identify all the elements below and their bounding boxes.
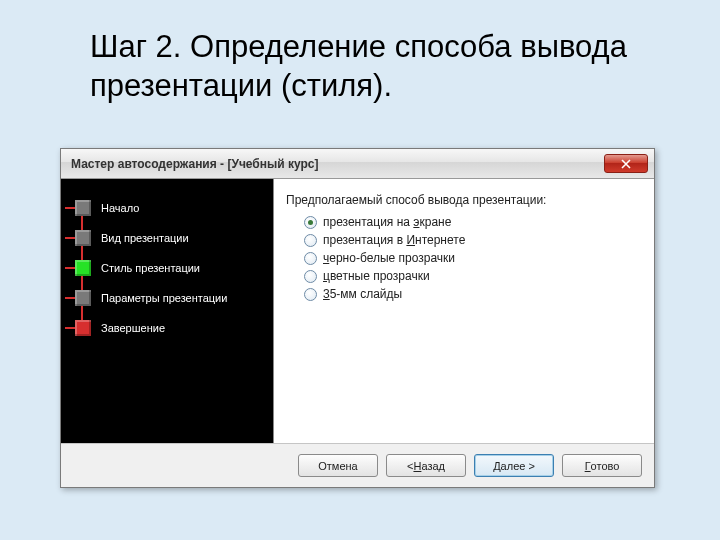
radio-group: презентация на экранепрезентация в Интер… (286, 213, 642, 303)
finish-button[interactable]: Готово (562, 454, 642, 477)
wizard-step: Начало (71, 193, 265, 223)
step-box-icon (75, 320, 91, 336)
radio-icon (304, 234, 317, 247)
wizard-step: Параметры презентации (71, 283, 265, 313)
step-label: Завершение (101, 322, 165, 334)
step-box-icon (75, 290, 91, 306)
close-icon (621, 159, 631, 169)
step-box-icon (75, 200, 91, 216)
radio-label: черно-белые прозрачки (323, 251, 455, 265)
radio-option[interactable]: презентация в Интернете (286, 231, 642, 249)
step-tick-icon (65, 297, 75, 299)
wizard-dialog: Мастер автосодержания - [Учебный курс] Н… (60, 148, 655, 488)
step-label: Параметры презентации (101, 292, 227, 304)
wizard-step: Завершение (71, 313, 265, 343)
radio-label: презентация на экране (323, 215, 451, 229)
radio-icon (304, 252, 317, 265)
step-box-icon (75, 230, 91, 246)
radio-option[interactable]: черно-белые прозрачки (286, 249, 642, 267)
radio-label: презентация в Интернете (323, 233, 465, 247)
step-label: Начало (101, 202, 139, 214)
radio-icon (304, 288, 317, 301)
step-tick-icon (65, 327, 75, 329)
options-heading: Предполагаемый способ вывода презентации… (286, 193, 642, 207)
step-label: Стиль презентации (101, 262, 200, 274)
wizard-steps-panel: НачалоВид презентацииСтиль презентацииПа… (61, 179, 273, 443)
slide-title: Шаг 2. Определение способа вывода презен… (0, 0, 720, 116)
radio-label: 35-мм слайды (323, 287, 402, 301)
close-button[interactable] (604, 154, 648, 173)
button-row: Отмена < Назад Далее > Готово (61, 443, 654, 487)
radio-option[interactable]: 35-мм слайды (286, 285, 642, 303)
step-box-icon (75, 260, 91, 276)
radio-icon (304, 270, 317, 283)
step-label: Вид презентации (101, 232, 189, 244)
back-button[interactable]: < Назад (386, 454, 466, 477)
dialog-title: Мастер автосодержания - [Учебный курс] (71, 157, 319, 171)
wizard-step: Стиль презентации (71, 253, 265, 283)
dialog-body: НачалоВид презентацииСтиль презентацииПа… (61, 179, 654, 443)
cancel-button[interactable]: Отмена (298, 454, 378, 477)
radio-icon (304, 216, 317, 229)
radio-label: цветные прозрачки (323, 269, 430, 283)
wizard-content-panel: Предполагаемый способ вывода презентации… (273, 179, 654, 443)
step-tick-icon (65, 207, 75, 209)
wizard-step: Вид презентации (71, 223, 265, 253)
radio-option[interactable]: цветные прозрачки (286, 267, 642, 285)
next-button[interactable]: Далее > (474, 454, 554, 477)
steps-list: НачалоВид презентацииСтиль презентацииПа… (71, 193, 265, 343)
titlebar: Мастер автосодержания - [Учебный курс] (61, 149, 654, 179)
step-tick-icon (65, 267, 75, 269)
step-tick-icon (65, 237, 75, 239)
radio-option[interactable]: презентация на экране (286, 213, 642, 231)
